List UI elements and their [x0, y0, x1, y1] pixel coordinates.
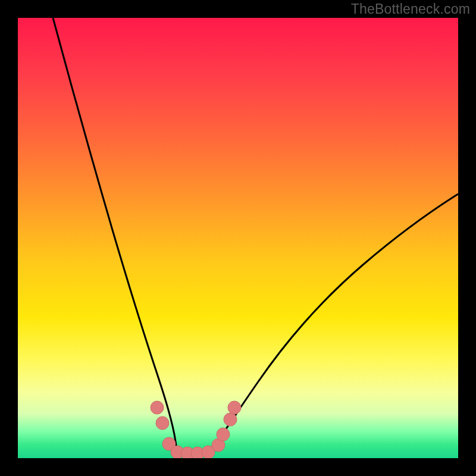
- chart-frame: TheBottleneck.com: [0, 0, 476, 476]
- plot-area: [18, 18, 458, 458]
- pink-bead: [151, 401, 164, 414]
- curve-layer: [18, 18, 458, 458]
- marker-group: [151, 401, 241, 458]
- curve-right-branch: [212, 194, 458, 449]
- watermark-text: TheBottleneck.com: [351, 1, 470, 17]
- pink-bead: [228, 401, 241, 414]
- curve-left-branch: [53, 18, 177, 449]
- pink-bead: [156, 416, 169, 430]
- pink-bead: [217, 428, 230, 441]
- pink-bead: [224, 413, 237, 426]
